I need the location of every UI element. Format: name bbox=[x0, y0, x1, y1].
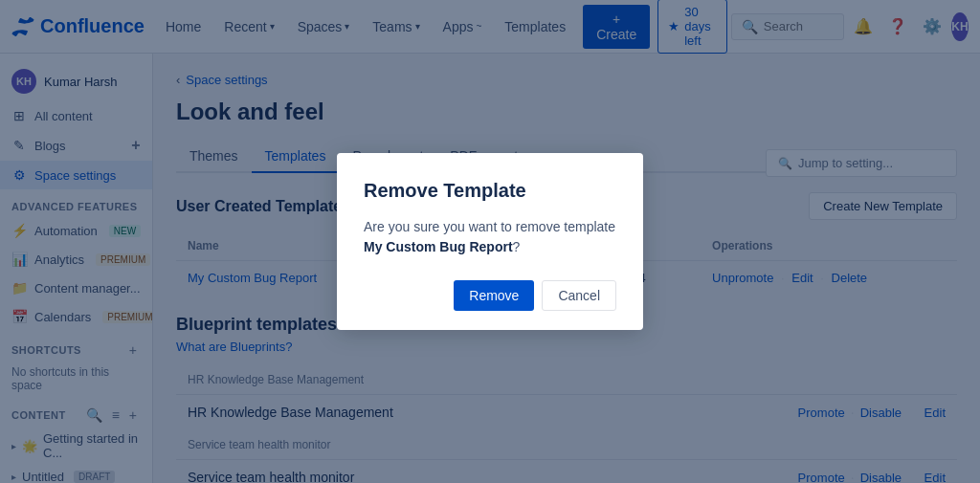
modal-template-name: My Custom Bug Report bbox=[364, 239, 513, 254]
modal-title: Remove Template bbox=[364, 180, 616, 202]
remove-confirm-button[interactable]: Remove bbox=[454, 280, 534, 311]
modal-overlay[interactable]: Remove Template Are you sure you want to… bbox=[0, 0, 980, 483]
remove-template-modal: Remove Template Are you sure you want to… bbox=[337, 153, 643, 330]
modal-footer: Remove Cancel bbox=[364, 280, 616, 311]
modal-body: Are you sure you want to remove template… bbox=[364, 217, 616, 257]
cancel-button[interactable]: Cancel bbox=[542, 280, 616, 311]
